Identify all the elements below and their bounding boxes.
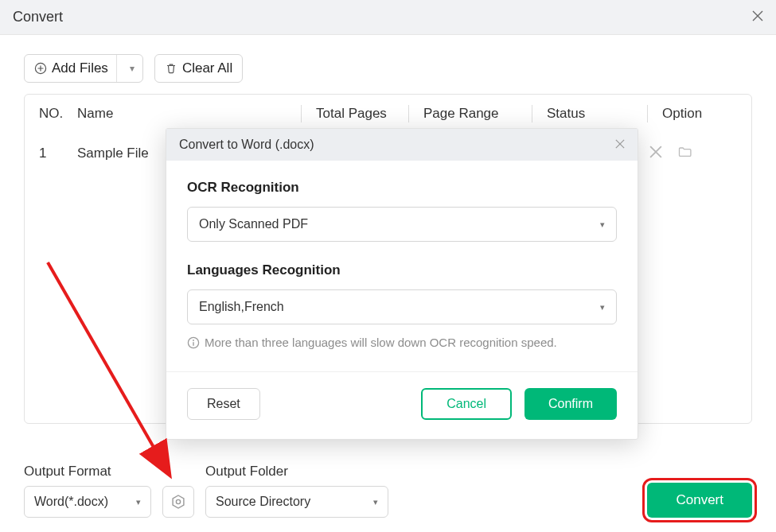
ocr-value: Only Scanned PDF bbox=[199, 217, 308, 231]
reset-label: Reset bbox=[207, 397, 240, 410]
chevron-down-icon[interactable]: ▾ bbox=[122, 57, 142, 80]
dialog-title: Convert to Word (.docx) bbox=[179, 138, 314, 152]
svg-point-4 bbox=[193, 340, 194, 341]
svg-rect-5 bbox=[193, 342, 193, 346]
add-files-button[interactable]: Add Files ▾ bbox=[24, 54, 143, 83]
col-option: Option bbox=[649, 106, 737, 122]
chevron-down-icon: ▾ bbox=[600, 302, 605, 313]
ocr-select[interactable]: Only Scanned PDF ▾ bbox=[187, 207, 617, 242]
output-folder-value: Source Directory bbox=[216, 495, 310, 509]
cancel-button[interactable]: Cancel bbox=[421, 388, 512, 420]
clear-all-button[interactable]: Clear All bbox=[154, 54, 243, 83]
lang-select[interactable]: English,French ▾ bbox=[187, 289, 617, 324]
col-no: NO. bbox=[39, 106, 77, 122]
convert-button[interactable]: Convert bbox=[647, 483, 752, 518]
svg-point-2 bbox=[176, 499, 180, 503]
ocr-section-label: OCR Recognition bbox=[187, 180, 617, 196]
col-status: Status bbox=[534, 106, 645, 122]
window-title: Convert bbox=[13, 9, 63, 25]
svg-marker-1 bbox=[173, 495, 184, 508]
output-folder-label: Output Folder bbox=[205, 464, 388, 480]
add-files-label: Add Files bbox=[52, 60, 108, 76]
cancel-label: Cancel bbox=[446, 397, 486, 410]
gear-icon bbox=[170, 494, 186, 510]
lang-section-label: Languages Recognition bbox=[187, 262, 617, 278]
col-total-pages: Total Pages bbox=[303, 106, 407, 122]
dialog-close-icon[interactable] bbox=[615, 138, 625, 152]
remove-row-icon[interactable] bbox=[649, 146, 662, 162]
ocr-note: More than three languages will slow down… bbox=[205, 336, 557, 349]
reset-button[interactable]: Reset bbox=[187, 388, 260, 420]
col-name: Name bbox=[77, 106, 299, 122]
info-icon bbox=[187, 336, 200, 349]
chevron-down-icon: ▾ bbox=[373, 497, 378, 507]
convert-settings-dialog: Convert to Word (.docx) OCR Recognition … bbox=[166, 128, 638, 440]
plus-circle-icon bbox=[34, 62, 47, 75]
window-close-icon[interactable] bbox=[752, 9, 763, 25]
open-folder-icon[interactable] bbox=[678, 146, 692, 162]
chevron-down-icon: ▾ bbox=[600, 219, 605, 230]
confirm-button[interactable]: Confirm bbox=[524, 388, 617, 420]
convert-label: Convert bbox=[676, 492, 723, 507]
lang-value: English,French bbox=[199, 300, 284, 314]
chevron-down-icon: ▾ bbox=[136, 497, 141, 507]
output-format-select[interactable]: Word(*.docx) ▾ bbox=[24, 486, 151, 518]
output-folder-select[interactable]: Source Directory ▾ bbox=[205, 486, 388, 518]
clear-all-label: Clear All bbox=[182, 60, 232, 76]
col-page-range: Page Range bbox=[411, 106, 530, 122]
output-format-label: Output Format bbox=[24, 464, 151, 480]
row-no: 1 bbox=[39, 146, 77, 161]
output-format-value: Word(*.docx) bbox=[34, 495, 108, 509]
trash-icon bbox=[165, 62, 177, 75]
format-settings-button[interactable] bbox=[162, 486, 194, 518]
confirm-label: Confirm bbox=[548, 397, 593, 410]
